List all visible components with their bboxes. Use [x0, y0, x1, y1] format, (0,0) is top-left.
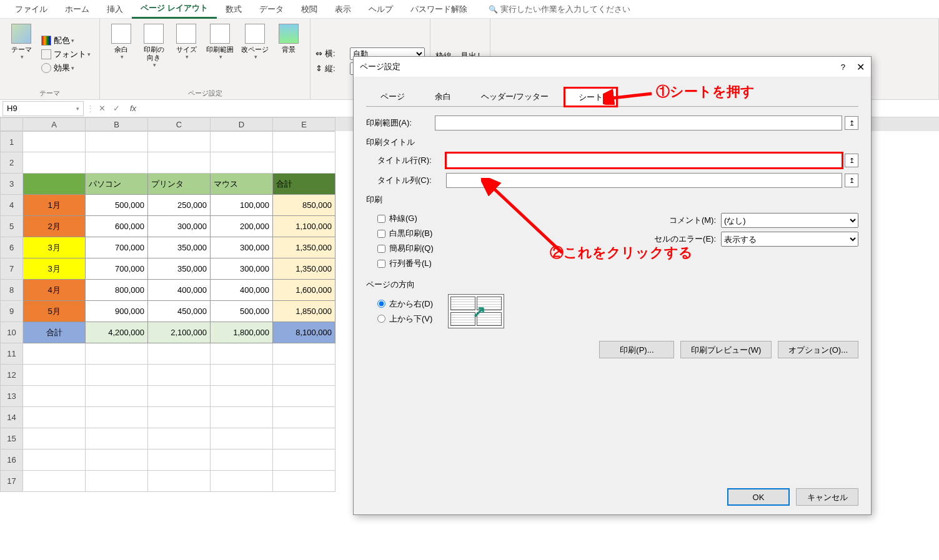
- cell[interactable]: [148, 407, 211, 428]
- row-header[interactable]: 4: [0, 195, 23, 216]
- row-header[interactable]: 5: [0, 216, 23, 237]
- cell[interactable]: 500,000: [86, 195, 148, 216]
- cell[interactable]: 1,350,000: [273, 258, 335, 280]
- cell[interactable]: [148, 365, 211, 386]
- cell[interactable]: 350,000: [148, 237, 211, 258]
- title-cols-input[interactable]: [446, 173, 842, 188]
- cell[interactable]: 300,000: [211, 237, 273, 258]
- cell[interactable]: [23, 471, 86, 492]
- print-preview-button[interactable]: 印刷プレビュー(W): [680, 341, 772, 358]
- menu-data[interactable]: データ: [251, 1, 292, 18]
- cell[interactable]: [148, 343, 211, 365]
- cell[interactable]: [148, 152, 211, 174]
- cell[interactable]: [86, 471, 148, 492]
- cell[interactable]: 800,000: [86, 280, 148, 301]
- background-button[interactable]: 背景: [272, 21, 305, 56]
- row-header[interactable]: 13: [0, 386, 23, 407]
- fx-icon[interactable]: fx: [126, 104, 140, 113]
- cancel-button[interactable]: キャンセル: [796, 488, 858, 506]
- accept-formula-icon[interactable]: ✓: [113, 104, 120, 113]
- name-box[interactable]: H9: [2, 101, 84, 116]
- cell[interactable]: [148, 471, 211, 492]
- group-icon[interactable]: [750, 27, 773, 50]
- dialog-close-button[interactable]: ✕: [857, 61, 865, 73]
- cell[interactable]: [211, 365, 273, 386]
- print-area-input[interactable]: [435, 115, 842, 130]
- cell[interactable]: 3月: [23, 258, 86, 280]
- cell[interactable]: 1,100,000: [273, 216, 335, 237]
- ok-button[interactable]: OK: [727, 488, 790, 506]
- tab-header-footer[interactable]: ヘッダー/フッター: [467, 87, 563, 106]
- menu-help[interactable]: ヘルプ: [360, 1, 402, 18]
- menu-page-layout[interactable]: ページ レイアウト: [132, 0, 217, 19]
- title-rows-picker-icon[interactable]: ↥: [845, 154, 858, 167]
- cell[interactable]: 700,000: [86, 258, 148, 280]
- colors-button[interactable]: 配色: [37, 34, 94, 47]
- cell[interactable]: 1月: [23, 195, 86, 216]
- cell[interactable]: [211, 471, 273, 492]
- cell[interactable]: 5月: [23, 301, 86, 322]
- cell[interactable]: [86, 365, 148, 386]
- print-area-button[interactable]: 印刷範囲: [202, 21, 237, 62]
- cell[interactable]: [273, 471, 335, 492]
- cell[interactable]: 合計: [273, 174, 335, 195]
- title-cols-picker-icon[interactable]: ↥: [845, 174, 858, 187]
- cell[interactable]: [211, 131, 273, 152]
- cell[interactable]: [211, 343, 273, 365]
- tab-page[interactable]: ページ: [366, 87, 419, 106]
- title-rows-input[interactable]: [446, 153, 842, 168]
- tab-sheet[interactable]: シート: [564, 87, 617, 107]
- cell[interactable]: [23, 386, 86, 407]
- themes-button[interactable]: テーマ: [5, 21, 37, 62]
- breaks-button[interactable]: 改ページ: [237, 21, 272, 62]
- cell[interactable]: [86, 152, 148, 174]
- cell[interactable]: [86, 449, 148, 471]
- cell[interactable]: [23, 152, 86, 174]
- cell[interactable]: 合計: [23, 322, 86, 343]
- bw-checkbox[interactable]: [377, 230, 385, 238]
- cell[interactable]: 250,000: [148, 195, 211, 216]
- col-header-b[interactable]: B: [86, 117, 148, 131]
- effects-button[interactable]: 効果: [37, 61, 94, 75]
- menu-password-unlock[interactable]: パスワード解除: [402, 1, 476, 18]
- cell[interactable]: 8,100,000: [273, 322, 335, 343]
- cell[interactable]: 400,000: [211, 280, 273, 301]
- options-button[interactable]: オプション(O)...: [778, 341, 858, 358]
- cell[interactable]: 600,000: [86, 216, 148, 237]
- row-header[interactable]: 15: [0, 428, 23, 449]
- cell[interactable]: [86, 131, 148, 152]
- cell[interactable]: パソコン: [86, 174, 148, 195]
- gridlines-checkbox[interactable]: [377, 215, 385, 223]
- cell[interactable]: [148, 449, 211, 471]
- cell[interactable]: [211, 407, 273, 428]
- cell[interactable]: [23, 343, 86, 365]
- tell-me-search[interactable]: 実行したい作業を入力してください: [480, 1, 639, 18]
- menu-formulas[interactable]: 数式: [217, 1, 251, 18]
- rowcol-checkbox[interactable]: [377, 260, 385, 268]
- ttb-radio[interactable]: [377, 315, 385, 323]
- cell[interactable]: [211, 386, 273, 407]
- dialog-help-button[interactable]: ?: [841, 62, 845, 72]
- ltr-radio[interactable]: [377, 300, 385, 308]
- draft-checkbox[interactable]: [377, 245, 385, 253]
- comments-select[interactable]: (なし): [721, 213, 858, 228]
- cell[interactable]: [148, 428, 211, 449]
- row-header[interactable]: 12: [0, 365, 23, 386]
- cell[interactable]: [273, 343, 335, 365]
- cell[interactable]: [86, 407, 148, 428]
- cell[interactable]: [23, 449, 86, 471]
- print-button[interactable]: 印刷(P)...: [599, 341, 674, 358]
- cell[interactable]: [23, 365, 86, 386]
- tab-margins[interactable]: 余白: [420, 87, 465, 106]
- select-all-corner[interactable]: [0, 117, 23, 131]
- align-icon[interactable]: [719, 27, 742, 50]
- cell[interactable]: 900,000: [86, 301, 148, 322]
- cell[interactable]: [273, 428, 335, 449]
- cell[interactable]: [23, 174, 86, 195]
- cell[interactable]: [211, 449, 273, 471]
- row-header[interactable]: 6: [0, 237, 23, 258]
- cell[interactable]: 1,800,000: [211, 322, 273, 343]
- cell[interactable]: 200,000: [211, 216, 273, 237]
- errors-select[interactable]: 表示する: [721, 232, 858, 247]
- print-area-picker-icon[interactable]: ↥: [845, 116, 858, 130]
